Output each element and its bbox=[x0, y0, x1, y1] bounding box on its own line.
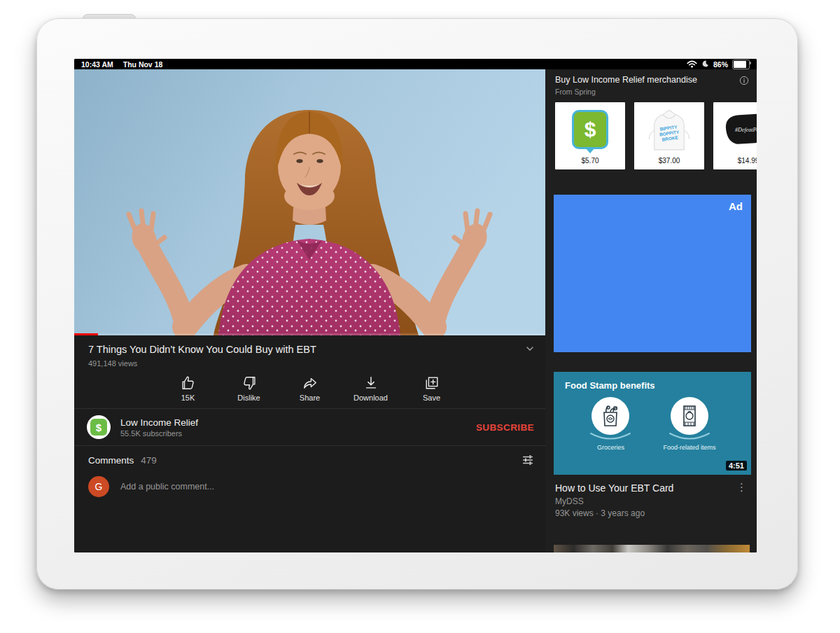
merch-card-hoodie[interactable]: BIPPITY BOPPITY BROKE $37.00 bbox=[634, 102, 704, 169]
circle-arc bbox=[668, 432, 711, 442]
comments-count: 479 bbox=[141, 455, 522, 466]
fanny-pack-text: #DefeatPov bbox=[735, 127, 757, 133]
fanny-pack-art: #DefeatPov bbox=[720, 109, 757, 150]
screen: 10:43 AM Thu Nov 18 86% bbox=[74, 59, 757, 552]
duration-badge: 4:51 bbox=[726, 461, 747, 471]
groceries-group: Groceries bbox=[589, 397, 632, 451]
do-not-disturb-moon-icon bbox=[701, 60, 709, 68]
status-date: Thu Nov 18 bbox=[123, 60, 163, 69]
video-player[interactable] bbox=[74, 69, 545, 335]
info-icon[interactable] bbox=[738, 75, 750, 86]
merch-price: $5.70 bbox=[581, 157, 598, 169]
merch-price: $14.99 bbox=[738, 157, 757, 169]
kebab-menu-icon[interactable]: ⋮ bbox=[735, 482, 748, 492]
subscribe-button[interactable]: SUBSCRIBE bbox=[473, 418, 537, 437]
suggested-video-title[interactable]: How to Use Your EBT Card bbox=[555, 482, 735, 494]
next-video-thumbnail-partial[interactable] bbox=[554, 545, 750, 552]
video-progress-fill bbox=[74, 333, 98, 335]
tablet-device: 10:43 AM Thu Nov 18 86% bbox=[0, 0, 840, 633]
suggested-video-meta: 93K views · 3 years ago bbox=[555, 508, 757, 518]
channel-avatar[interactable]: $ bbox=[87, 415, 111, 439]
dollar-sign-logo: $ bbox=[90, 419, 107, 436]
merch-card-sticker[interactable]: $ $5.70 bbox=[555, 102, 625, 169]
channel-info[interactable]: Low Income Relief 55.5K subscribers bbox=[120, 417, 473, 438]
battery-icon bbox=[732, 60, 750, 69]
channel-subscribers: 55.5K subscribers bbox=[120, 429, 473, 438]
related-sidebar: Buy Low Income Relief merchandise From S… bbox=[545, 69, 757, 552]
chevron-down-icon[interactable] bbox=[524, 343, 536, 354]
video-frame-illustration bbox=[74, 69, 545, 335]
suggested-video-channel: MyDSS bbox=[555, 496, 757, 506]
merch-source: From Spring bbox=[545, 86, 757, 96]
video-actions: 15K Dislike bbox=[74, 368, 545, 408]
wifi-icon bbox=[687, 60, 697, 68]
share-button[interactable]: Share bbox=[279, 375, 340, 402]
like-count-label: 15K bbox=[181, 394, 195, 402]
merch-card-fanny-pack[interactable]: #DefeatPov $14.99 bbox=[713, 102, 757, 169]
dislike-button[interactable]: Dislike bbox=[218, 375, 279, 402]
user-avatar[interactable]: G bbox=[88, 476, 109, 497]
battery-percent: 86% bbox=[713, 60, 728, 69]
comments-header: Comments 479 bbox=[74, 446, 545, 472]
thumbnail-label-groceries: Groceries bbox=[597, 444, 624, 451]
save-label: Save bbox=[423, 394, 440, 402]
tablet-bezel: 10:43 AM Thu Nov 18 86% bbox=[36, 18, 798, 590]
hoodie-art: BIPPITY BOPPITY BROKE bbox=[643, 107, 696, 152]
food-items-group: Food-related items bbox=[663, 397, 715, 451]
add-comment-row[interactable]: G Add a public comment... bbox=[74, 472, 545, 508]
like-button[interactable]: 15K bbox=[158, 375, 218, 402]
save-button[interactable]: Save bbox=[401, 375, 462, 402]
thumbnail-label-food-items: Food-related items bbox=[663, 444, 715, 451]
video-progress-bar[interactable] bbox=[74, 333, 545, 335]
suggested-video-thumbnail[interactable]: Food Stamp benefits bbox=[554, 372, 751, 475]
dislike-label: Dislike bbox=[237, 394, 260, 402]
share-label: Share bbox=[300, 394, 320, 402]
merch-card-list: $ $5.70 BIPPITY bbox=[555, 102, 757, 169]
comments-title: Comments bbox=[88, 455, 134, 466]
thumbs-down-icon bbox=[241, 375, 257, 391]
thumbs-up-icon bbox=[181, 375, 196, 391]
merch-shelf-title: Buy Low Income Relief merchandise bbox=[555, 75, 738, 85]
status-time: 10:43 AM bbox=[81, 60, 113, 69]
status-bar: 10:43 AM Thu Nov 18 86% bbox=[74, 59, 757, 69]
grocery-bag-icon bbox=[599, 404, 622, 428]
display-ad[interactable]: Ad bbox=[554, 195, 751, 352]
video-title: 7 Things You Didn't Know You Could Buy w… bbox=[88, 343, 524, 356]
download-arrow-icon bbox=[363, 375, 379, 391]
video-view-count: 491,148 views bbox=[74, 357, 545, 368]
share-arrow-icon bbox=[302, 375, 318, 391]
merch-price: $37.00 bbox=[659, 157, 680, 169]
dollar-sticker-art: $ bbox=[572, 110, 608, 149]
ad-badge: Ad bbox=[729, 200, 743, 212]
channel-name: Low Income Relief bbox=[120, 417, 473, 428]
food-can-icon bbox=[680, 404, 699, 428]
circle-arc bbox=[589, 432, 632, 442]
sort-comments-icon[interactable] bbox=[522, 454, 534, 466]
channel-row: $ Low Income Relief 55.5K subscribers SU… bbox=[74, 409, 545, 445]
watch-column: 7 Things You Didn't Know You Could Buy w… bbox=[74, 69, 545, 552]
playlist-add-icon bbox=[424, 375, 440, 391]
download-button[interactable]: Download bbox=[340, 375, 401, 402]
comment-input-placeholder[interactable]: Add a public comment... bbox=[120, 482, 214, 492]
content-spacer bbox=[74, 508, 545, 552]
download-label: Download bbox=[354, 394, 388, 402]
thumbnail-title: Food Stamp benefits bbox=[565, 380, 655, 391]
